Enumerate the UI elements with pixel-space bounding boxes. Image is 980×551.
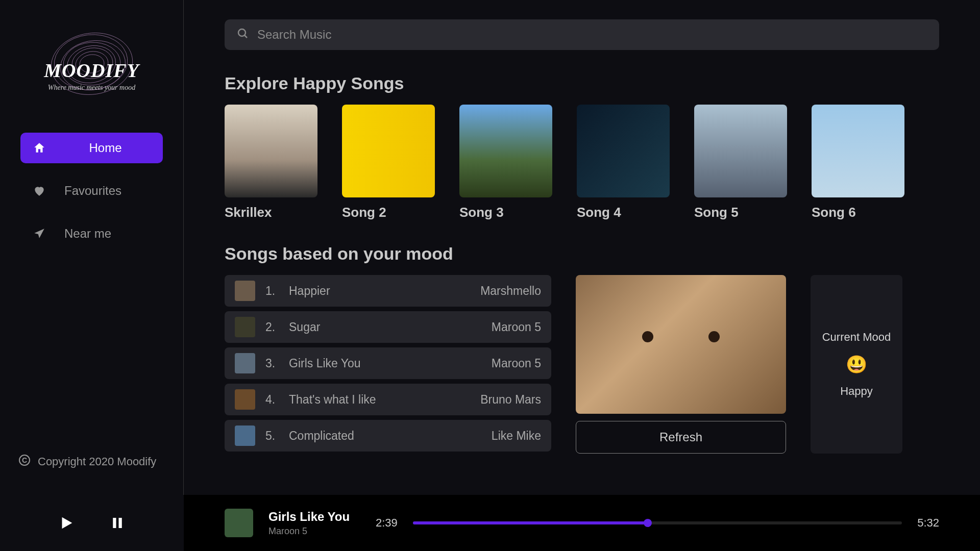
song-number: 3.	[265, 357, 279, 370]
song-name: That's what I like	[289, 393, 470, 407]
copyright-icon: C	[18, 454, 31, 469]
svg-rect-11	[119, 518, 122, 528]
song-thumb	[235, 389, 255, 410]
card-title: Song 2	[342, 205, 435, 220]
card-art	[812, 105, 904, 197]
sidebar-item-favourites[interactable]: Favourites	[20, 176, 163, 206]
mood-center: Refresh	[576, 275, 786, 454]
card-title: Song 5	[694, 205, 787, 220]
card-title: Song 6	[812, 205, 904, 220]
song-thumb	[235, 317, 255, 337]
svg-point-12	[238, 29, 246, 36]
explore-card[interactable]: Song 3	[459, 105, 552, 220]
location-arrow-icon	[33, 227, 46, 240]
mood-face-image	[576, 275, 786, 414]
song-number: 4.	[265, 393, 279, 407]
card-title: Song 3	[459, 205, 552, 220]
song-number: 1.	[265, 284, 279, 298]
sidebar-item-label: Near me	[60, 227, 151, 241]
card-art	[225, 105, 317, 197]
song-item[interactable]: 2.SugarMaroon 5	[225, 311, 551, 343]
card-art	[577, 105, 670, 197]
heart-icon	[33, 184, 46, 197]
card-title: Song 4	[577, 205, 670, 220]
mood-heading: Songs based on your mood	[225, 244, 939, 264]
song-item[interactable]: 1.HappierMarshmello	[225, 275, 551, 307]
now-playing-title: Girls Like You	[268, 510, 360, 524]
explore-card[interactable]: Song 6	[812, 105, 904, 220]
song-thumb	[235, 353, 255, 373]
song-thumb	[235, 425, 255, 446]
song-artist: Marshmello	[480, 284, 541, 298]
play-button[interactable]	[56, 513, 77, 533]
current-mood-label: Current Mood	[822, 331, 891, 344]
song-list: 1.HappierMarshmello 2.SugarMaroon 5 3.Gi…	[225, 275, 551, 454]
brand-name: MOODIFY	[44, 59, 139, 82]
explore-card[interactable]: Song 2	[342, 105, 435, 220]
song-item[interactable]: 5.ComplicatedLike Mike	[225, 420, 551, 452]
song-thumb	[235, 281, 255, 301]
copyright: C Copyright 2020 Moodify	[0, 454, 183, 485]
song-name: Sugar	[289, 320, 481, 334]
sidebar-item-label: Favourites	[60, 184, 151, 198]
sidebar-item-near-me[interactable]: Near me	[20, 218, 163, 249]
explore-heading: Explore Happy Songs	[225, 73, 939, 93]
explore-row: Skrillex Song 2 Song 3 Song 4 Song 5 Son…	[225, 105, 939, 220]
refresh-button[interactable]: Refresh	[576, 421, 786, 454]
card-title: Skrillex	[225, 205, 317, 220]
sidebar: MOODIFY Where music meets your mood Home…	[0, 0, 184, 495]
now-playing-art	[225, 509, 253, 537]
player-bar: Girls Like You Maroon 5 2:39 5:32	[184, 495, 980, 551]
copyright-text: Copyright 2020 Moodify	[38, 455, 156, 468]
song-number: 5.	[265, 429, 279, 443]
logo: MOODIFY Where music meets your mood	[0, 10, 183, 133]
playback-controls	[0, 495, 184, 551]
song-name: Complicated	[289, 429, 481, 443]
home-icon	[33, 141, 46, 155]
progress-fill	[413, 521, 648, 524]
now-playing-meta: Girls Like You Maroon 5	[268, 510, 360, 537]
mood-name: Happy	[840, 385, 873, 398]
card-art	[342, 105, 435, 197]
svg-text:C: C	[22, 456, 27, 464]
brand-tagline: Where music meets your mood	[48, 84, 135, 92]
explore-card[interactable]: Skrillex	[225, 105, 317, 220]
current-time: 2:39	[376, 516, 398, 530]
song-item[interactable]: 4.That's what I likeBruno Mars	[225, 384, 551, 415]
song-artist: Bruno Mars	[480, 393, 541, 407]
song-name: Happier	[289, 284, 470, 298]
pause-button[interactable]	[107, 513, 128, 533]
song-artist: Maroon 5	[492, 357, 541, 370]
song-number: 2.	[265, 320, 279, 334]
song-item[interactable]: 3.Girls Like YouMaroon 5	[225, 347, 551, 379]
svg-line-13	[244, 35, 247, 38]
song-artist: Maroon 5	[492, 320, 541, 334]
sidebar-item-home[interactable]: Home	[20, 133, 163, 163]
search-bar[interactable]	[225, 19, 939, 50]
card-art	[694, 105, 787, 197]
song-name: Girls Like You	[289, 357, 481, 370]
song-artist: Like Mike	[492, 429, 541, 443]
mood-emoji-icon: 😃	[846, 354, 867, 374]
mood-row: 1.HappierMarshmello 2.SugarMaroon 5 3.Gi…	[225, 275, 939, 454]
card-art	[459, 105, 552, 197]
sidebar-item-label: Home	[60, 141, 151, 155]
svg-rect-10	[113, 518, 116, 528]
total-time: 5:32	[917, 516, 939, 530]
search-input[interactable]	[257, 28, 927, 42]
progress-knob[interactable]	[644, 519, 652, 527]
progress-bar[interactable]	[413, 521, 902, 524]
main-content: Explore Happy Songs Skrillex Song 2 Song…	[184, 0, 980, 495]
search-icon	[237, 28, 249, 42]
mood-panel: Current Mood 😃 Happy	[811, 275, 902, 454]
now-playing-artist: Maroon 5	[268, 526, 360, 537]
nav: Home Favourites Near me	[0, 133, 183, 261]
explore-card[interactable]: Song 5	[694, 105, 787, 220]
explore-card[interactable]: Song 4	[577, 105, 670, 220]
